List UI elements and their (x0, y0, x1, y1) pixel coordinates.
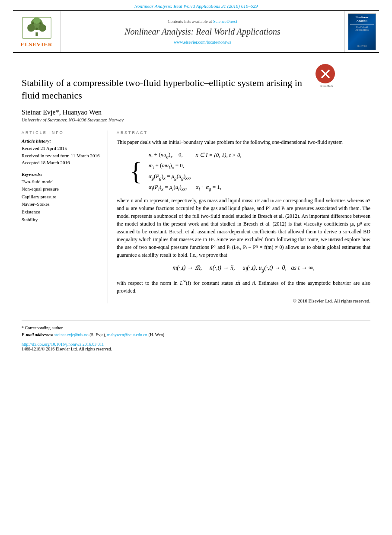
left-brace: { (130, 158, 142, 184)
received-revised-date: Received in revised form 11 March 2016 (22, 152, 101, 159)
journal-cover-image: NonlinearAnalysis Real WorldApplications… (344, 11, 379, 52)
doi-anchor[interactable]: http://dx.doi.org/10.1016/j.nonrwa.2016.… (22, 342, 104, 347)
elsevier-logo-block: ELSEVIER (13, 11, 61, 52)
abstract-header: ABSTRACT (117, 131, 370, 135)
keyword-5: Existence (22, 208, 101, 216)
eq-line-4: αl(Pl)x = μl(ul)xx, αl + αg = 1, (149, 183, 242, 192)
cover-box: NonlinearAnalysis Real WorldApplications… (348, 13, 376, 50)
abstract-paragraph-3: with respect to the norm in L∞(I) for co… (117, 278, 370, 295)
eq-line-2: mt + (mul)x = 0, (149, 161, 242, 171)
issn-text: 1468-1218/© 2016 Elsevier Ltd. All right… (22, 347, 370, 351)
journal-reference-bar: Nonlinear Analysis: Real World Applicati… (0, 0, 392, 10)
footnote-section: * Corresponding author. E-mail addresses… (22, 321, 370, 338)
elsevier-tree-icon (22, 16, 52, 40)
crossmark-badge: CrossMark (316, 64, 337, 86)
abstract-text: This paper deals with an initial–boundar… (117, 138, 370, 295)
title-divider (22, 126, 370, 126)
affiliation-line: University of Stavanger, NO-4036 Stavang… (22, 117, 370, 122)
two-column-layout: ARTICLE INFO Article history: Received 2… (22, 131, 370, 303)
keywords-label: Keywords: (22, 172, 101, 177)
keyword-2: Non-equal pressure (22, 185, 101, 193)
page: Nonlinear Analysis: Real World Applicati… (0, 0, 392, 535)
copyright-line: © 2016 Elsevier Ltd. All rights reserved… (117, 298, 370, 303)
author-2-label: (H. Wen). (148, 332, 165, 337)
elsevier-wordmark: ELSEVIER (21, 41, 53, 48)
math-display: m(·,t) → m̃, n(·,t) → ñ, ul(·,t), ug(·,t… (117, 263, 370, 274)
article-info-column: ARTICLE INFO Article history: Received 2… (22, 131, 108, 303)
corresponding-author-note: * Corresponding author. (22, 325, 370, 331)
cover-title: NonlinearAnalysis (356, 16, 369, 23)
paper-title: Stability of a compressible two-fluid hy… (22, 77, 316, 102)
article-info-header: ARTICLE INFO (22, 131, 101, 135)
sciencedirect-link[interactable]: ScienceDirect (213, 19, 237, 24)
svg-point-4 (33, 17, 40, 24)
doi-section: http://dx.doi.org/10.1016/j.nonrwa.2016.… (0, 338, 392, 356)
eq-line-3: αg(Pg)x = μg(ug)xx, (149, 172, 242, 182)
svg-point-6 (39, 22, 41, 24)
author-1-label: (S. Evje), (89, 332, 106, 337)
email-link-1[interactable]: steinar.evje@uis.no (54, 332, 89, 337)
article-history-text: Received 21 April 2015 Received in revis… (22, 145, 101, 166)
svg-point-7 (35, 27, 38, 29)
contents-line: Contents lists available at ScienceDirec… (168, 19, 237, 24)
keyword-1: Two-fluid model (22, 178, 101, 186)
svg-point-5 (32, 22, 34, 24)
keyword-4: Navier–Stokes (22, 201, 101, 208)
accepted-date: Accepted 18 March 2016 (22, 159, 101, 166)
crossmark-icon (316, 64, 335, 83)
footnote-text: * Corresponding author. E-mail addresses… (22, 325, 370, 338)
author-names: Steinar Evje*, Huanyao Wen (22, 108, 102, 116)
email-addresses-line: E-mail addresses: steinar.evje@uis.no (S… (22, 331, 370, 338)
crossmark-svg (319, 67, 332, 80)
svg-point-3 (38, 24, 46, 32)
authors-line: Steinar Evje*, Huanyao Wen (22, 108, 370, 116)
email-link-2[interactable]: mahywen@scut.edu.cn (107, 332, 147, 337)
abstract-paragraph-2: where n and m represent, respectively, g… (117, 197, 370, 259)
journal-header: ELSEVIER Contents lists available at Sci… (13, 10, 379, 53)
eq-line-1: nt + (nug)x = 0, x ∈ I = (0, 1), t > 0, (149, 150, 242, 160)
equation-system: { nt + (nug)x = 0, x ∈ I = (0, 1), t > 0… (130, 150, 357, 192)
journal-url[interactable]: www.elsevier.com/locate/nonrwa (174, 40, 231, 45)
abstract-paragraph-1: This paper deals with an initial–boundar… (117, 138, 370, 146)
svg-rect-0 (35, 32, 38, 36)
journal-name-header: Nonlinear Analysis: Real World Applicati… (124, 27, 280, 37)
main-content: Stability of a compressible two-fluid hy… (0, 53, 392, 312)
svg-point-2 (27, 24, 35, 32)
journal-center-block: Contents lists available at ScienceDirec… (61, 11, 344, 52)
article-history-label: Article history: (22, 138, 101, 143)
doi-link[interactable]: http://dx.doi.org/10.1016/j.nonrwa.2016.… (22, 342, 370, 347)
keyword-6: Stability (22, 216, 101, 224)
keyword-3: Capillary pressure (22, 193, 101, 201)
received-date: Received 21 April 2015 (22, 145, 101, 152)
journal-reference-text: Nonlinear Analysis: Real World Applicati… (134, 3, 258, 9)
keywords-list: Two-fluid model Non-equal pressure Capil… (22, 178, 101, 224)
equation-lines: nt + (nug)x = 0, x ∈ I = (0, 1), t > 0, … (149, 150, 242, 192)
abstract-column: ABSTRACT This paper deals with an initia… (117, 131, 370, 303)
